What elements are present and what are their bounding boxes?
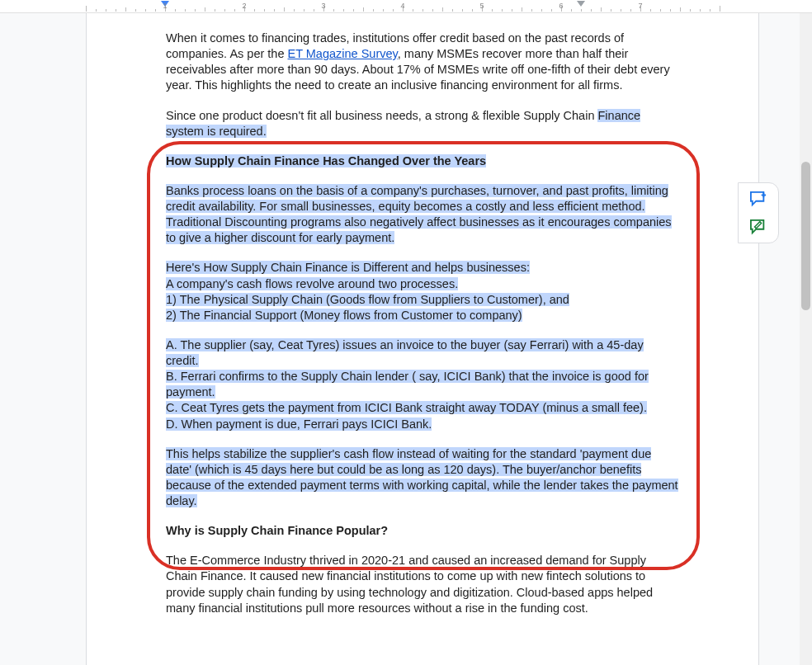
ruler-tick xyxy=(700,9,701,12)
ruler-tick xyxy=(413,9,413,12)
suggest-edits-icon xyxy=(749,219,767,235)
paragraph-d: D. When payment is due, Ferrari pays ICI… xyxy=(166,417,679,432)
selected-text: Here's How Supply Chain Finance is Diffe… xyxy=(166,261,530,274)
ruler-tick xyxy=(373,9,374,12)
document-canvas[interactable]: When it comes to financing trades, insti… xyxy=(0,13,812,665)
ruler-tick xyxy=(621,9,621,12)
ruler-tick xyxy=(531,9,532,12)
selected-text: How Supply Chain Finance Has Changed Ove… xyxy=(166,154,486,167)
ruler-tick xyxy=(215,9,215,12)
paragraph-banks: Banks process loans on the basis of a co… xyxy=(166,183,679,247)
ruler-tick xyxy=(195,9,196,12)
ruler-tick xyxy=(274,9,275,12)
ruler-tick xyxy=(304,9,304,12)
ruler-tick xyxy=(125,7,126,12)
add-comment-icon xyxy=(749,191,767,207)
ruler-tick xyxy=(106,9,106,12)
paragraph-ecommerce: The E-Commerce Industry thrived in 2020-… xyxy=(166,553,679,616)
ruler-tick xyxy=(660,9,661,12)
ruler-tick xyxy=(234,9,235,12)
ruler-tick xyxy=(353,9,354,12)
ruler-tick xyxy=(710,9,710,12)
heading-changed: How Supply Chain Finance Has Changed Ove… xyxy=(166,153,679,169)
add-comment-button[interactable] xyxy=(748,189,768,209)
ruler-tick xyxy=(472,9,473,12)
ruler-tick xyxy=(690,9,691,12)
ruler-tick xyxy=(314,9,314,12)
selected-text: A company's cash flows revolve around tw… xyxy=(166,277,458,290)
ruler-tick xyxy=(155,9,156,12)
ruler-tick xyxy=(96,9,97,12)
ruler-tick xyxy=(145,9,146,12)
vertical-scrollbar[interactable] xyxy=(800,13,812,665)
ruler-tick xyxy=(541,9,542,12)
scrollbar-thumb[interactable] xyxy=(801,162,810,310)
paragraph-stabilize: This helps stabilize the supplier's cash… xyxy=(166,446,679,510)
ruler-tick xyxy=(680,7,681,12)
ruler-number: 6 xyxy=(559,2,563,10)
document-page[interactable]: When it comes to financing trades, insti… xyxy=(86,13,759,665)
ruler-tick xyxy=(205,7,205,12)
ruler-tick xyxy=(86,6,87,12)
paragraph-c: C. Ceat Tyres gets the payment from ICIC… xyxy=(166,400,679,416)
selected-text: 1) The Physical Supply Chain (Goods flow… xyxy=(166,293,569,306)
paragraph-physical: 1) The Physical Supply Chain (Goods flow… xyxy=(166,292,679,308)
paragraph-financial: 2) The Financial Support (Money flows fr… xyxy=(166,308,679,323)
ruler-tick xyxy=(284,7,285,12)
horizontal-ruler: 1234567 xyxy=(0,0,812,13)
ruler-tick xyxy=(581,9,582,12)
ruler-tick xyxy=(601,7,602,12)
ruler-number: 1 xyxy=(163,2,167,10)
right-margin-marker[interactable] xyxy=(577,1,585,7)
side-comment-panel xyxy=(738,182,779,243)
selected-text: B. Ferrari confirms to the Supply Chain … xyxy=(166,370,649,399)
ruler-tick xyxy=(452,9,453,12)
ruler-tick xyxy=(630,9,631,12)
ruler-tick xyxy=(512,9,512,12)
paragraph-cashflows: A company's cash flows revolve around tw… xyxy=(166,276,679,292)
ruler-tick xyxy=(294,9,295,12)
ruler-tick xyxy=(522,7,522,12)
et-survey-link[interactable]: ET Magazine Survey xyxy=(288,47,398,60)
ruler-tick xyxy=(720,6,720,12)
ruler-number: 5 xyxy=(479,2,484,10)
suggest-edits-button[interactable] xyxy=(748,217,768,237)
selected-text: A. The supplier (say, Ceat Tyres) issues… xyxy=(166,338,644,367)
ruler-tick xyxy=(611,9,611,12)
ruler-tick xyxy=(135,9,136,12)
body-text: Since one product doesn't fit all busine… xyxy=(166,109,597,122)
ruler-tick xyxy=(591,9,592,12)
paragraph-financing: When it comes to financing trades, insti… xyxy=(166,31,679,94)
ruler-tick xyxy=(175,9,176,12)
ruler-tick xyxy=(116,9,116,12)
selected-text: D. When payment is due, Ferrari pays ICI… xyxy=(166,417,432,431)
ruler-tick xyxy=(442,7,443,12)
ruler-tick xyxy=(264,9,265,12)
ruler-number: 2 xyxy=(242,2,246,10)
ruler-tick xyxy=(432,9,433,12)
ruler-number: 4 xyxy=(400,2,404,10)
selected-text: This helps stabilize the supplier's cash… xyxy=(166,447,678,507)
ruler-number: 7 xyxy=(638,2,642,10)
ruler-tick xyxy=(423,9,423,12)
paragraph-heres: Here's How Supply Chain Finance is Diffe… xyxy=(166,260,679,276)
selected-text: Banks process loans on the basis of a co… xyxy=(166,184,672,244)
heading-popular: Why is Supply Chain Finance Popular? xyxy=(166,523,679,539)
ruler-tick xyxy=(462,9,463,12)
paragraph-since: Since one product doesn't fit all busine… xyxy=(166,108,679,139)
ruler-tick xyxy=(571,9,572,12)
ruler-tick xyxy=(333,9,334,12)
ruler-tick xyxy=(363,7,364,12)
selected-text: C. Ceat Tyres gets the payment from ICIC… xyxy=(166,401,647,414)
ruler-track: 1234567 xyxy=(86,0,759,13)
ruler-tick xyxy=(343,9,344,12)
ruler-tick xyxy=(502,9,503,12)
paragraph-b: B. Ferrari confirms to the Supply Chain … xyxy=(166,369,679,400)
ruler-tick xyxy=(670,9,671,12)
ruler-tick xyxy=(650,9,651,12)
ruler-tick xyxy=(224,9,225,12)
ruler-tick xyxy=(393,9,394,12)
ruler-tick xyxy=(551,9,552,12)
ruler-tick xyxy=(383,9,384,12)
ruler-number: 3 xyxy=(321,2,325,10)
